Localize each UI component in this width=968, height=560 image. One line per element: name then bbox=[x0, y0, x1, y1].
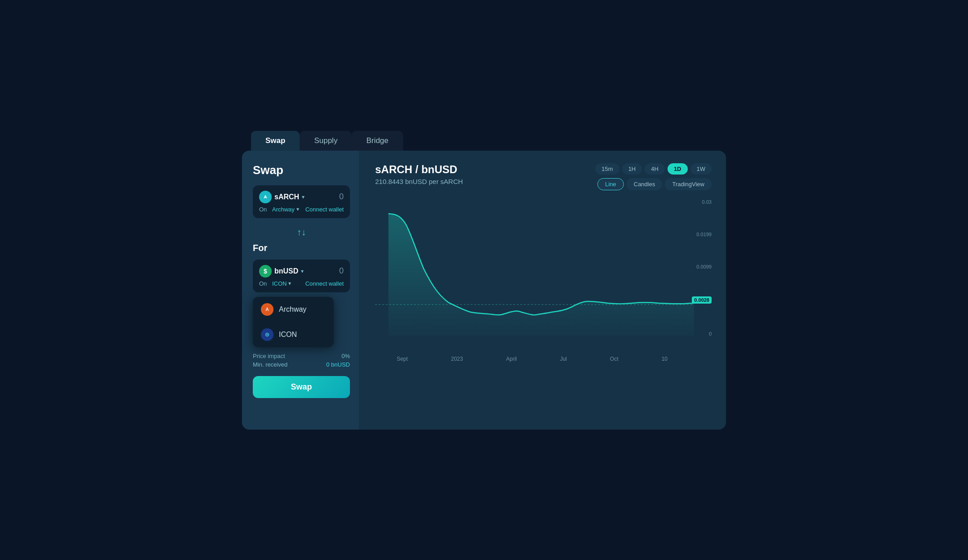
time-btn-1h[interactable]: 1H bbox=[622, 163, 642, 175]
price-chart-svg bbox=[375, 199, 712, 352]
price-impact-row: Price impact 0% bbox=[253, 353, 350, 359]
swap-details: Price impact 0% Min. received 0 bnUSD Sw… bbox=[253, 351, 350, 398]
tab-bridge[interactable]: Bridge bbox=[352, 131, 403, 151]
from-token-box: sARCH ▾ On Archway ▾ Connect wallet bbox=[253, 185, 350, 218]
tabs-bar: Swap Supply Bridge bbox=[251, 131, 726, 151]
from-token-chevron: ▾ bbox=[302, 194, 305, 200]
y-label-0: 0.03 bbox=[702, 199, 712, 205]
from-token-name: sARCH bbox=[274, 193, 299, 201]
left-panel: Swap sARCH ▾ bbox=[242, 151, 359, 430]
y-label-4: 0 bbox=[709, 331, 712, 336]
svg-point-4 bbox=[267, 334, 268, 335]
tab-swap[interactable]: Swap bbox=[251, 131, 300, 151]
archway-dropdown-label: Archway bbox=[279, 305, 306, 314]
app-container: Swap Supply Bridge Swap bbox=[242, 131, 726, 430]
bnusd-icon: $ bbox=[259, 265, 272, 278]
view-controls: Line Candles TradingView bbox=[595, 178, 712, 190]
chart-pair-label: sARCH / bnUSD bbox=[375, 163, 463, 176]
x-label-10: 10 bbox=[662, 356, 668, 362]
to-network-chevron: ▾ bbox=[288, 280, 291, 287]
to-token-chevron: ▾ bbox=[301, 268, 304, 274]
icon-dropdown-label: ICON bbox=[279, 331, 297, 339]
tab-supply[interactable]: Supply bbox=[300, 131, 352, 151]
from-connect-wallet[interactable]: Connect wallet bbox=[305, 206, 344, 213]
from-network-chevron: ▾ bbox=[296, 206, 299, 212]
dropdown-item-archway[interactable]: Archway bbox=[253, 297, 334, 322]
time-controls: 15m 1H 4H 1D 1W bbox=[595, 163, 712, 175]
swap-button[interactable]: Swap bbox=[253, 376, 350, 398]
dropdown-item-icon[interactable]: ICON bbox=[253, 322, 334, 347]
time-btn-15m[interactable]: 15m bbox=[595, 163, 619, 175]
icon-dropdown-icon bbox=[261, 328, 273, 341]
x-label-sept: Sept bbox=[397, 356, 408, 362]
chart-header: sARCH / bnUSD 210.8443 bnUSD per sARCH 1… bbox=[375, 163, 712, 190]
chart-area: 0.03 0.0199 0.0099 0.0028 0 Sept 2023 Ap… bbox=[375, 199, 712, 419]
view-btn-line[interactable]: Line bbox=[597, 178, 624, 190]
right-panel: sARCH / bnUSD 210.8443 bnUSD per sARCH 1… bbox=[359, 151, 726, 430]
y-label-2: 0.0099 bbox=[696, 264, 712, 269]
min-received-row: Min. received 0 bnUSD bbox=[253, 361, 350, 368]
to-connect-wallet[interactable]: Connect wallet bbox=[305, 280, 344, 287]
for-title: For bbox=[253, 243, 350, 253]
to-token-selector[interactable]: $ bnUSD ▾ bbox=[259, 265, 304, 278]
to-token-box: $ bnUSD ▾ On ICON ▾ Connect wallet bbox=[253, 260, 350, 292]
swap-title: Swap bbox=[253, 163, 350, 177]
swap-direction-toggle[interactable]: ↑↓ bbox=[253, 227, 350, 237]
network-dropdown: Archway ICON bbox=[253, 297, 334, 347]
x-label-2023: 2023 bbox=[451, 356, 463, 362]
view-btn-candles[interactable]: Candles bbox=[627, 178, 663, 190]
from-network-label: On Archway ▾ bbox=[259, 206, 299, 213]
x-labels: Sept 2023 April Jul Oct 10 bbox=[375, 354, 712, 362]
y-label-current: 0.0028 bbox=[692, 296, 712, 304]
from-token-selector[interactable]: sARCH ▾ bbox=[259, 191, 305, 203]
view-btn-tradingview[interactable]: TradingView bbox=[665, 178, 712, 190]
to-network-selector[interactable]: ICON bbox=[272, 280, 287, 287]
to-token-amount[interactable] bbox=[308, 266, 344, 276]
time-btn-1d[interactable]: 1D bbox=[668, 163, 688, 175]
x-label-april: April bbox=[506, 356, 517, 362]
time-btn-4h[interactable]: 4H bbox=[645, 163, 665, 175]
from-token-amount[interactable] bbox=[308, 192, 344, 202]
time-btn-1w[interactable]: 1W bbox=[690, 163, 712, 175]
x-label-oct: Oct bbox=[610, 356, 618, 362]
y-label-1: 0.0199 bbox=[696, 232, 712, 237]
x-label-jul: Jul bbox=[560, 356, 567, 362]
from-network-selector[interactable]: Archway bbox=[272, 206, 295, 213]
to-token-name: bnUSD bbox=[274, 267, 298, 275]
main-panel: Swap sARCH ▾ bbox=[242, 151, 726, 430]
sarch-icon bbox=[259, 191, 272, 203]
chart-price-label: 210.8443 bnUSD per sARCH bbox=[375, 178, 463, 185]
archway-dropdown-icon bbox=[261, 303, 273, 316]
to-network-label: On ICON ▾ bbox=[259, 280, 291, 287]
